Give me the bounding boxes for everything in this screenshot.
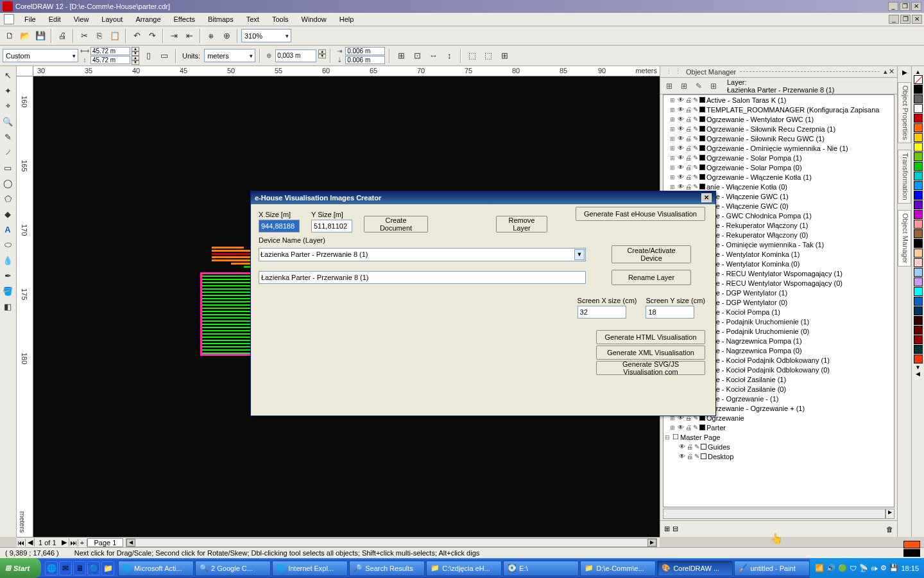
freehand-tool[interactable]: ✎ xyxy=(0,129,15,144)
swatch[interactable] xyxy=(914,355,923,363)
snap-tb1[interactable]: ⊞ xyxy=(394,49,408,63)
tree-row[interactable]: ⊞👁🖨✎anie - Włączenie Kotła (0) xyxy=(663,182,894,191)
tree-row[interactable]: ⊞👁🖨✎Ogrzewanie - Solar Pompa (0) xyxy=(663,162,894,172)
tree-row[interactable]: ⊞👁🖨✎TEMPLATE_ROOMMANAGER (Konfiguracja Z… xyxy=(663,105,894,114)
tree-row[interactable]: ⊞👁🖨✎Ogrzewanie - Siłownik Recu GWC (1) xyxy=(663,134,894,143)
palette-up[interactable]: ▲ xyxy=(915,69,921,75)
docker-tb2[interactable]: ⊞ xyxy=(678,80,690,92)
menu-layout[interactable]: Layout xyxy=(95,13,129,25)
page-add[interactable]: + xyxy=(78,539,87,547)
palette-down[interactable]: ▼ xyxy=(915,364,921,371)
task-button[interactable]: 📁C:\zdjęcia eH... xyxy=(426,561,502,576)
ruler-vertical[interactable]: 160 165 170 175 180 meters xyxy=(17,76,33,537)
delete-layer-btn[interactable]: 🗑 xyxy=(886,525,893,533)
mdi-close[interactable]: ✕ xyxy=(912,15,922,24)
import-button[interactable]: ⇥ xyxy=(167,29,181,43)
menu-view[interactable]: View xyxy=(67,13,96,25)
portrait-button[interactable]: ▯ xyxy=(141,49,155,63)
swatch[interactable] xyxy=(914,114,923,123)
outline-tool[interactable]: ✒ xyxy=(0,268,15,283)
menu-effects[interactable]: Effects xyxy=(167,13,201,25)
opt-tb1[interactable]: ⬚ xyxy=(465,49,479,63)
app-launcher[interactable]: ⎈ xyxy=(204,29,218,43)
task-button[interactable]: 🎨CorelDRAW ... xyxy=(657,561,733,576)
tree-row[interactable]: ⊞👁🖨✎Parter xyxy=(663,423,894,432)
fill-tool[interactable]: 🪣 xyxy=(0,283,15,299)
tree-row[interactable]: 👁🖨✎Guides xyxy=(663,442,894,451)
swatch[interactable] xyxy=(914,277,923,286)
swatch[interactable] xyxy=(914,239,923,248)
screen-y-input[interactable] xyxy=(646,306,694,319)
outline-indicator[interactable] xyxy=(903,549,920,557)
create-activate-button[interactable]: Create/Activate Device xyxy=(612,245,691,263)
dialog-close[interactable]: ✕ xyxy=(701,193,712,202)
undo-button[interactable]: ↶ xyxy=(130,29,144,43)
swatch[interactable] xyxy=(914,133,923,142)
palette-flyout[interactable]: ◀ xyxy=(916,371,920,377)
tree-row[interactable]: ⊞👁🖨✎Ogrzewanie - Wentylator GWC (1) xyxy=(663,114,894,124)
paste-button[interactable]: 📋 xyxy=(108,29,122,43)
paper-combo[interactable]: Custom xyxy=(3,49,78,62)
swatch[interactable] xyxy=(914,94,923,103)
menu-edit[interactable]: Edit xyxy=(42,13,67,25)
tray-clock[interactable]: 18:15 xyxy=(901,565,919,572)
tree-row[interactable]: 👁🖨✎Desktop xyxy=(663,451,894,461)
snap-tb2[interactable]: ⊡ xyxy=(410,49,424,63)
print-button[interactable]: 🖨 xyxy=(55,29,69,43)
docker-tb3[interactable]: ✎ xyxy=(692,80,705,92)
tray-icon[interactable]: 🛡 xyxy=(850,565,857,572)
dup-y[interactable] xyxy=(345,56,385,64)
menu-arrange[interactable]: Arrange xyxy=(129,13,167,25)
device-combo[interactable]: Łazienka Parter - Przerwanie 8 (1)▼ xyxy=(259,248,586,261)
hscrollbar[interactable]: ◀▶ xyxy=(126,538,657,547)
ql-4[interactable]: 🔵 xyxy=(87,561,100,575)
polygon-tool[interactable]: ⬠ xyxy=(0,191,15,206)
tray-icon[interactable]: 📶 xyxy=(815,564,824,572)
tab-transform[interactable]: Transformation xyxy=(898,150,911,204)
tray-icon[interactable]: 🟢 xyxy=(838,564,847,572)
swatch[interactable] xyxy=(914,306,923,315)
page-next[interactable]: ▶ xyxy=(60,538,69,547)
page-last[interactable]: ⏭ xyxy=(69,539,78,547)
task-button[interactable]: 💽E:\ xyxy=(503,561,579,576)
ql-2[interactable]: ✉ xyxy=(59,561,72,575)
task-button[interactable]: 📁D:\e-Comm\e... xyxy=(580,561,656,576)
new-layer-btn[interactable]: ⊞ xyxy=(664,525,670,533)
interactive-tool[interactable]: ⬭ xyxy=(0,237,15,252)
swatch[interactable] xyxy=(914,85,923,94)
page-prev[interactable]: ◀ xyxy=(26,538,35,547)
ellipse-tool[interactable]: ◯ xyxy=(0,175,15,191)
gen-xml-button[interactable]: Generate XML Visualisation xyxy=(596,346,705,360)
snap-tb4[interactable]: ↕ xyxy=(442,49,456,63)
swatch[interactable] xyxy=(914,143,923,152)
swatch[interactable] xyxy=(914,335,923,344)
rename-layer-button[interactable]: Rename Layer xyxy=(612,270,691,285)
page-height[interactable] xyxy=(90,56,130,64)
swatch[interactable] xyxy=(914,316,923,325)
swatch[interactable] xyxy=(914,152,923,161)
tree-master[interactable]: ⊟☐Master Page xyxy=(663,432,894,442)
pick-tool[interactable]: ↖ xyxy=(0,67,15,83)
page-first[interactable]: ⏮ xyxy=(17,539,26,547)
units-combo[interactable]: meters xyxy=(204,49,255,62)
tray-icon[interactable]: 💾 xyxy=(889,564,898,572)
opt-tb2[interactable]: ⬚ xyxy=(481,49,495,63)
tray-icon[interactable]: 🔊 xyxy=(826,564,835,572)
corel-online[interactable]: ⊕ xyxy=(219,29,234,43)
zoom-tool[interactable]: 🔍 xyxy=(0,114,15,129)
export-button[interactable]: ⇤ xyxy=(182,29,196,43)
swatch[interactable] xyxy=(914,268,923,277)
tree-row[interactable]: ⊞👁🖨✎Ogrzewanie - Solar Pompa (1) xyxy=(663,153,894,162)
ruler-horizontal[interactable]: 30354045505560657075808590meters xyxy=(33,66,660,76)
docker-tb1[interactable]: ⊞ xyxy=(663,80,676,92)
tree-row[interactable]: ⊞👁🖨✎Active - Salon Taras K (1) xyxy=(663,95,894,105)
nudge-input[interactable] xyxy=(275,49,316,62)
new-mlayer-btn[interactable]: ⊟ xyxy=(672,525,678,533)
swatch[interactable] xyxy=(914,297,923,306)
menu-text[interactable]: Text xyxy=(240,13,266,25)
swatch[interactable] xyxy=(914,258,923,267)
tree-row[interactable]: ⊞👁🖨✎Ogrzewanie - Siłownik Recu Czerpnia … xyxy=(663,124,894,134)
docker-tb4[interactable]: ⊞ xyxy=(707,80,720,92)
minimize-button[interactable]: _ xyxy=(888,2,898,11)
tray-icon[interactable]: ⚙ xyxy=(880,564,887,572)
